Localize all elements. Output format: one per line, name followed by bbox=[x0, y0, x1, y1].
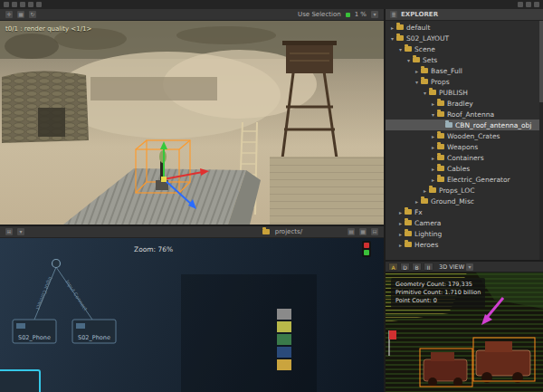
chevron-right-icon[interactable]: ▸ bbox=[397, 242, 404, 248]
folder-icon bbox=[405, 209, 412, 215]
application-window: ✛ ▦ ↻ Use Selection 1 % ▾ bbox=[0, 0, 543, 392]
chevron-right-icon[interactable]: ▸ bbox=[430, 177, 436, 183]
tree-item-Wooden_Crates[interactable]: ▸Wooden_Crates bbox=[386, 130, 543, 141]
chevron-right-icon[interactable]: ▸ bbox=[430, 155, 436, 161]
tree-item-label: S02_LAYOUT bbox=[406, 34, 449, 43]
view3d-button-a[interactable]: A bbox=[388, 263, 398, 271]
folder-icon bbox=[437, 144, 444, 149]
tree-item-Base_Full[interactable]: ▸Base_Full bbox=[386, 65, 543, 76]
tree-item-label: CBN_roof_antenna_obj bbox=[455, 121, 531, 129]
move-tool-icon[interactable]: ✛ bbox=[5, 11, 13, 18]
pane-split-icon[interactable]: ⊞ bbox=[5, 228, 13, 235]
tree-item-Props_LOC[interactable]: ▸Props_LOC bbox=[386, 185, 543, 196]
chevron-right-icon[interactable]: ▸ bbox=[430, 133, 436, 139]
chevron-down-icon[interactable]: ▾ bbox=[430, 111, 436, 118]
tree-item-Heroes[interactable]: ▸Heroes bbox=[386, 239, 543, 250]
stats-overlay: Geometry Count: 179,335 Primitive Count:… bbox=[391, 278, 485, 308]
window-minimize-icon[interactable] bbox=[518, 2, 523, 7]
folder-icon bbox=[405, 242, 412, 247]
geometry-count: Geometry Count: 179,335 bbox=[395, 281, 481, 289]
tree-item-Sets[interactable]: ▾Sets bbox=[386, 54, 543, 65]
view3d-tab-label[interactable]: 3D VIEW bbox=[439, 263, 464, 271]
explorer-scrollbar-thumb[interactable] bbox=[539, 21, 543, 102]
render-quality-overlay: t0/1 : render quality <1/1> bbox=[5, 25, 91, 33]
folder-icon bbox=[437, 155, 444, 160]
chevron-right-icon[interactable]: ▸ bbox=[414, 68, 420, 74]
chevron-down-icon[interactable]: ▾ bbox=[405, 57, 412, 63]
tree-item-Electric_Generator[interactable]: ▸Electric_Generator bbox=[386, 174, 543, 185]
folder-icon bbox=[421, 68, 428, 73]
tree-item-S02_LAYOUT[interactable]: ▾S02_LAYOUT bbox=[386, 33, 543, 43]
quality-status-icon bbox=[346, 13, 350, 17]
tree-item-Ground_Misc[interactable]: ▸Ground_Misc bbox=[386, 196, 543, 206]
explorer-panel: ≣ EXPLORER ▸default▾S02_LAYOUT▾Scene▾Set… bbox=[386, 9, 543, 260]
tree-item-label: Containers bbox=[447, 154, 484, 162]
chevron-right-icon[interactable]: ▸ bbox=[414, 198, 420, 205]
tree-item-label: Fx bbox=[414, 208, 423, 216]
window-maximize-icon[interactable] bbox=[526, 2, 531, 7]
view3d-button-pause[interactable]: II bbox=[424, 263, 433, 271]
chevron-down-icon[interactable]: ▾ bbox=[414, 79, 420, 85]
path-bar[interactable]: projects/ bbox=[262, 228, 302, 235]
chevron-down-icon[interactable]: ▾ bbox=[422, 90, 428, 96]
view3d-button-b[interactable]: B bbox=[412, 263, 422, 271]
menu-icon-1[interactable] bbox=[4, 2, 9, 7]
tree-item-Camera[interactable]: ▸Camera bbox=[386, 217, 543, 228]
panel-menu-icon[interactable]: ≣ bbox=[390, 11, 397, 18]
chevron-down-icon[interactable]: ▾ bbox=[397, 46, 404, 53]
node-selected[interactable] bbox=[0, 370, 40, 392]
gizmo-center-handle[interactable] bbox=[161, 177, 167, 182]
viewport-canvas[interactable] bbox=[0, 21, 384, 225]
tree-item-Cables[interactable]: ▸Cables bbox=[386, 163, 543, 174]
folder-icon bbox=[429, 187, 436, 193]
tree-item-CBN_roof_antenna_obj[interactable]: CBN_roof_antenna_obj bbox=[386, 120, 543, 130]
window-close-icon[interactable] bbox=[534, 2, 539, 7]
zoom-level-label: Zoom: 76% bbox=[134, 245, 173, 253]
apex-node[interactable] bbox=[52, 260, 61, 268]
tree-item-Fx[interactable]: ▸Fx bbox=[386, 206, 543, 217]
chevron-right-icon[interactable]: ▸ bbox=[430, 144, 436, 150]
chevron-right-icon[interactable]: ▸ bbox=[389, 24, 395, 31]
folder-icon bbox=[437, 166, 444, 171]
tree-item-Props[interactable]: ▾Props bbox=[386, 76, 543, 87]
tree-item-default[interactable]: ▸default bbox=[386, 22, 543, 33]
node-graph-canvas[interactable]: Zoom: 76% S02_Phone S02_Phone Input Conn… bbox=[0, 238, 384, 392]
view3d-dropdown-icon[interactable]: ▾ bbox=[466, 263, 473, 271]
tree-item-Scene[interactable]: ▾Scene bbox=[386, 43, 543, 54]
menu-icon-5[interactable] bbox=[36, 2, 42, 7]
grid-tool-icon[interactable]: ▦ bbox=[17, 11, 24, 18]
menubar bbox=[0, 0, 543, 9]
explorer-header: ≣ EXPLORER bbox=[386, 9, 543, 21]
chevron-right-icon[interactable]: ▸ bbox=[430, 166, 436, 172]
viewport-options-icon[interactable]: ▾ bbox=[371, 11, 378, 18]
menu-icon-2[interactable] bbox=[12, 2, 17, 7]
tree-item-Roof_Antenna[interactable]: ▾Roof_Antenna bbox=[386, 109, 543, 120]
layout-rows-icon[interactable]: ⊟ bbox=[371, 228, 378, 235]
menu-icon-3[interactable] bbox=[20, 2, 25, 7]
layout-grid-icon[interactable]: ▤ bbox=[348, 228, 355, 235]
folder-icon bbox=[262, 229, 270, 234]
tree-item-PUBLISH[interactable]: ▾PUBLISH bbox=[386, 87, 543, 98]
folder-icon bbox=[437, 100, 444, 106]
chevron-right-icon[interactable]: ▸ bbox=[397, 209, 404, 215]
tree-item-Containers[interactable]: ▸Containers bbox=[386, 152, 543, 163]
view3d-button-d[interactable]: D bbox=[400, 263, 410, 271]
chevron-right-icon[interactable]: ▸ bbox=[430, 100, 436, 107]
chevron-down-icon[interactable]: ▾ bbox=[389, 35, 395, 42]
tree-item-Bradley[interactable]: ▸Bradley bbox=[386, 98, 543, 109]
folder-icon bbox=[437, 133, 444, 139]
chevron-right-icon[interactable]: ▸ bbox=[397, 231, 404, 237]
menu-icon-4[interactable] bbox=[28, 2, 33, 7]
pane-menu-icon[interactable]: ▾ bbox=[17, 228, 24, 235]
chevron-right-icon[interactable]: ▸ bbox=[422, 187, 428, 194]
explorer-scrollbar[interactable] bbox=[539, 21, 543, 260]
use-selection-button[interactable]: Use Selection bbox=[298, 11, 341, 18]
chevron-right-icon[interactable]: ▸ bbox=[397, 220, 404, 226]
explorer-tree: ▸default▾S02_LAYOUT▾Scene▾Sets▸Base_Full… bbox=[386, 21, 543, 250]
tree-item-Lighting[interactable]: ▸Lighting bbox=[386, 228, 543, 239]
tree-item-Weapons[interactable]: ▸Weapons bbox=[386, 141, 543, 152]
view3d-toolbar: A D B II 3D VIEW ▾ bbox=[386, 262, 543, 272]
layout-columns-icon[interactable]: ▦ bbox=[359, 228, 367, 235]
folder-icon bbox=[405, 46, 412, 52]
refresh-icon[interactable]: ↻ bbox=[29, 11, 36, 18]
